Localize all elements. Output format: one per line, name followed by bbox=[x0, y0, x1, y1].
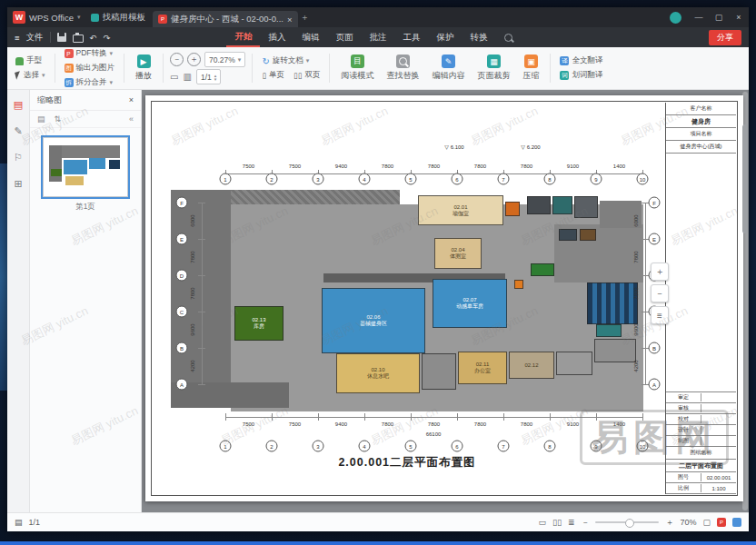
grid-bubble: 7 bbox=[498, 173, 510, 185]
new-tab-button[interactable]: ＋ bbox=[298, 12, 313, 24]
play-button[interactable]: ▶ 播放 bbox=[131, 53, 156, 84]
status-page-number: 1/1 bbox=[29, 518, 41, 527]
panel-close-icon[interactable]: × bbox=[129, 95, 134, 104]
select-tool-button[interactable]: 选择 ▾ bbox=[13, 69, 48, 82]
panel-title: 缩略图 bbox=[37, 94, 62, 106]
undo-icon[interactable]: ↶ bbox=[90, 33, 97, 43]
fullscreen-icon[interactable]: ▢ bbox=[702, 518, 711, 527]
app-menu-caret-icon[interactable]: ▾ bbox=[77, 14, 81, 21]
dimension-line bbox=[642, 413, 643, 421]
zoom-out-icon[interactable]: － bbox=[170, 53, 184, 66]
annotation-panel-icon[interactable]: ✎ bbox=[14, 125, 22, 137]
view-single-icon[interactable]: ▭ bbox=[539, 518, 547, 527]
ribbon-tab-0[interactable]: 开始 bbox=[226, 27, 260, 47]
panel-sort-icon[interactable]: ⇅ bbox=[55, 114, 62, 124]
room bbox=[422, 353, 456, 390]
split-merge-button[interactable]: 拆 拆分合并 ▾ bbox=[62, 76, 118, 89]
thumbnail-panel-icon[interactable]: ▤ bbox=[14, 99, 23, 111]
view-scroll-icon[interactable]: ≣ bbox=[568, 518, 575, 527]
document-canvas[interactable]: 02.01瑜伽室02.04体测室02.06器械健身区02.07动感单车房02.1… bbox=[142, 90, 749, 512]
close-tab-icon[interactable]: × bbox=[287, 15, 293, 25]
crop-page-button[interactable]: ▦ 页面裁剪 bbox=[472, 53, 514, 84]
crop-icon: ▦ bbox=[487, 54, 501, 68]
fit-page-icon[interactable]: ▭ bbox=[170, 72, 178, 82]
pdf-badge-icon[interactable]: P bbox=[717, 518, 726, 527]
dimension-text: 7800 bbox=[521, 421, 532, 427]
word-translate-button[interactable]: 词 划词翻译 bbox=[557, 69, 605, 82]
ribbon-tab-2[interactable]: 编辑 bbox=[293, 27, 327, 47]
bookmark-panel-icon[interactable]: ⚐ bbox=[14, 152, 23, 164]
content-area: ▤ ✎ ⚐ ⊞ 缩略图 × ▤ ⇅ « bbox=[7, 90, 749, 512]
fit-width-icon[interactable]: ▥ bbox=[183, 72, 191, 82]
vertical-scrollbar[interactable] bbox=[742, 92, 748, 510]
ribbon-tab-6[interactable]: 保护 bbox=[428, 27, 462, 47]
single-page-button[interactable]: ▯ 单页 bbox=[259, 69, 287, 82]
rotate-document-button[interactable]: ↻ 旋转文档 ▾ bbox=[259, 54, 323, 67]
pdf-file-icon: P bbox=[158, 15, 167, 24]
ribbon-tab-5[interactable]: 工具 bbox=[394, 27, 428, 47]
wps-logo-icon[interactable]: W bbox=[13, 11, 25, 24]
zoom-slider-knob[interactable] bbox=[625, 519, 634, 528]
view-double-icon[interactable]: ▯▯ bbox=[552, 518, 562, 527]
title-block: 客户名称健身房项目名称健身房中心(西城)审定审核校对设计制图图纸名称二层平面布置… bbox=[665, 103, 736, 494]
save-icon[interactable] bbox=[57, 33, 66, 42]
dimension-text: 4200 bbox=[633, 360, 639, 372]
cloud-icon[interactable] bbox=[732, 518, 741, 527]
hand-tool-button[interactable]: 手型 bbox=[13, 54, 48, 67]
compress-button[interactable]: ▣ 压缩 bbox=[518, 53, 543, 84]
ribbon-tab-3[interactable]: 页面 bbox=[327, 27, 361, 47]
room bbox=[552, 196, 572, 214]
zoom-in-icon[interactable]: ＋ bbox=[187, 53, 201, 66]
compress-icon: ▣ bbox=[524, 54, 538, 68]
file-menu[interactable]: 文件 bbox=[26, 32, 44, 44]
panel-list-icon[interactable]: ▤ bbox=[37, 114, 45, 124]
room: 02.10休息水吧 bbox=[336, 353, 420, 393]
read-mode-button[interactable]: 目 阅读模式 bbox=[336, 53, 378, 84]
zoom-slider[interactable] bbox=[595, 521, 659, 523]
share-button[interactable]: 分享 bbox=[709, 30, 741, 45]
pdf-convert-button[interactable]: P PDF转换 ▾ bbox=[62, 47, 118, 60]
close-button[interactable]: × bbox=[729, 13, 749, 22]
room bbox=[587, 282, 638, 324]
print-icon[interactable] bbox=[73, 35, 84, 43]
double-page-button[interactable]: ▯▯ 双页 bbox=[291, 69, 323, 82]
search-icon[interactable] bbox=[504, 34, 512, 42]
dimension-line bbox=[272, 413, 273, 421]
document-tab[interactable]: P 健身房中心 - 西城 - 02-00-0... × bbox=[153, 11, 298, 27]
maximize-button[interactable]: ▢ bbox=[709, 13, 729, 22]
redo-icon[interactable]: ↷ bbox=[104, 33, 111, 43]
title-block-spacer bbox=[666, 154, 736, 392]
edit-content-button[interactable]: ✎ 编辑内容 bbox=[427, 53, 469, 84]
grid-bubble: 4 bbox=[359, 441, 371, 452]
ribbon-tab-4[interactable]: 批注 bbox=[361, 27, 394, 47]
drawing-title: 2.00.001二层平面布置图 bbox=[271, 455, 543, 471]
grid-bubble: 3 bbox=[313, 173, 324, 185]
dimension-line bbox=[457, 413, 458, 421]
full-translate-button[interactable]: 译 全文翻译 bbox=[557, 54, 605, 67]
attachment-panel-icon[interactable]: ⊞ bbox=[14, 178, 22, 190]
user-avatar[interactable] bbox=[670, 12, 681, 24]
scrollbar-thumb[interactable] bbox=[742, 124, 748, 233]
float-zoom-out-button[interactable]: － bbox=[651, 284, 669, 302]
dimension-line bbox=[198, 203, 205, 203]
title-block-sign-row: 设计 bbox=[666, 425, 736, 436]
status-zoom-out-icon[interactable]: － bbox=[581, 517, 589, 529]
find-replace-button[interactable]: 查找替换 bbox=[382, 53, 423, 84]
home-tab[interactable]: 找稿用模板 bbox=[84, 7, 153, 27]
hamburger-menu-icon[interactable]: ≡ bbox=[15, 33, 20, 43]
float-zoom-in-button[interactable]: ＋ bbox=[651, 263, 669, 281]
export-image-button[interactable]: 图 输出为图片 bbox=[62, 62, 118, 74]
panel-collapse-icon[interactable]: « bbox=[129, 114, 134, 124]
ribbon-tab-1[interactable]: 插入 bbox=[260, 27, 293, 47]
ribbon-tab-7[interactable]: 转换 bbox=[462, 27, 495, 47]
title-block-row: 项目名称 bbox=[666, 128, 736, 141]
status-page-icon[interactable]: ▤ bbox=[15, 518, 23, 527]
page-number-stepper[interactable]: 1/1 ▴ ▾ bbox=[196, 69, 221, 84]
zoom-level-select[interactable]: 70.27% ▾ bbox=[204, 52, 245, 67]
page-thumbnail[interactable] bbox=[43, 137, 128, 197]
float-more-button[interactable]: ≡ bbox=[651, 306, 669, 324]
room bbox=[580, 229, 596, 241]
minimize-button[interactable]: — bbox=[689, 13, 709, 22]
building-mass bbox=[171, 190, 231, 395]
status-zoom-in-icon[interactable]: ＋ bbox=[665, 517, 673, 529]
